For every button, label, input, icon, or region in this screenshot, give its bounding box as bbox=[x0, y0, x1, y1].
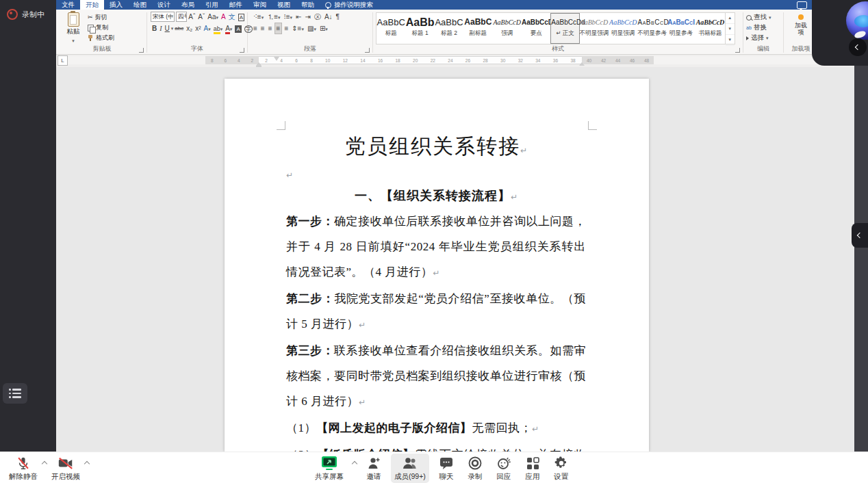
list-icon bbox=[9, 389, 21, 398]
line-spacing-button[interactable]: ⇕≡▾ bbox=[290, 23, 305, 34]
right-indent-marker[interactable] bbox=[579, 62, 585, 66]
record-button[interactable]: 录制 bbox=[463, 454, 487, 483]
character-border-button[interactable]: A bbox=[238, 14, 244, 21]
members-button[interactable]: 成员(99+) bbox=[391, 454, 429, 483]
style-subtle-emphasis[interactable]: AaBbCcD不明显强调 bbox=[580, 13, 609, 44]
assistant-collapse-button[interactable] bbox=[849, 38, 867, 56]
replace-button[interactable]: ab替换 bbox=[745, 23, 782, 33]
find-button[interactable]: 查找▾ bbox=[745, 12, 782, 23]
style-intense-reference[interactable]: AaBbCcI明显参考 bbox=[667, 13, 695, 44]
shrink-font-button[interactable]: Aˇ bbox=[196, 12, 206, 22]
distribute-button[interactable]: ≡ bbox=[283, 23, 290, 34]
style-title[interactable]: AaBbC标题 bbox=[376, 13, 405, 44]
clear-formatting-button[interactable]: A bbox=[220, 12, 227, 22]
strikethrough-button[interactable]: abc bbox=[173, 23, 185, 34]
style-subtitle[interactable]: AaBbC副标题 bbox=[463, 13, 492, 44]
document-body[interactable]: 党员组织关系转接↵ ↵ 一、【组织关系转接流程】↵ 第一步：确定接收单位后联系接… bbox=[286, 131, 586, 452]
asian-layout-button[interactable]: ⓧ bbox=[313, 12, 322, 22]
change-case-button[interactable]: Aa▾ bbox=[206, 12, 220, 23]
align-right-button[interactable]: ≡ bbox=[267, 23, 274, 34]
decrease-indent-button[interactable]: ⇤ bbox=[294, 12, 303, 22]
font-family-combobox[interactable]: 宋体 (中文正文)▾ bbox=[151, 12, 175, 22]
style-emphasis[interactable]: AaBbCcD强调 bbox=[493, 13, 522, 44]
comments-icon[interactable] bbox=[797, 1, 807, 9]
borders-button[interactable]: ⊞▾ bbox=[318, 23, 329, 34]
horizontal-ruler[interactable]: 8642 2468101214161820222426283032343638 … bbox=[56, 56, 854, 64]
tab-layout[interactable]: 布局 bbox=[176, 0, 200, 10]
styles-scroll-up[interactable]: ▲ bbox=[726, 13, 735, 24]
paste-button[interactable]: 粘贴 ▾ bbox=[62, 11, 85, 45]
cut-button[interactable]: ✂剪切 bbox=[88, 13, 114, 22]
document-page[interactable]: 党员组织关系转接↵ ↵ 一、【组织关系转接流程】↵ 第一步：确定接收单位后联系接… bbox=[225, 79, 649, 452]
bullets-button[interactable]: ⁖≡▾ bbox=[252, 12, 265, 23]
clipboard-dialog-launcher[interactable] bbox=[139, 48, 144, 53]
chevron-left-icon bbox=[855, 44, 860, 50]
style-book-title[interactable]: AaBbCcD书籍标题 bbox=[695, 13, 724, 44]
tab-references[interactable]: 引用 bbox=[200, 0, 224, 10]
bold-button[interactable]: B bbox=[151, 23, 158, 34]
style-intense-emphasis[interactable]: AaBbCcD明显强调 bbox=[609, 13, 637, 44]
settings-button[interactable]: 设置 bbox=[550, 454, 573, 483]
sort-button[interactable]: A↓ bbox=[323, 12, 334, 22]
show-marks-button[interactable]: ¶ bbox=[335, 12, 341, 22]
tab-stop-selector[interactable]: L bbox=[58, 55, 68, 66]
tab-review[interactable]: 审阅 bbox=[248, 0, 272, 10]
character-shading-button[interactable]: A bbox=[235, 25, 241, 33]
numbering-button[interactable]: ⒈≡▾ bbox=[266, 12, 281, 23]
grow-font-button[interactable]: Aˆ bbox=[187, 12, 196, 22]
apps-button[interactable]: 应用 bbox=[521, 454, 544, 483]
paragraph-dialog-launcher[interactable] bbox=[365, 48, 370, 53]
increase-indent-button[interactable]: ⇥ bbox=[304, 12, 312, 22]
styles-dialog-launcher[interactable] bbox=[735, 48, 740, 53]
superscript-button[interactable]: x² bbox=[194, 23, 202, 34]
tell-me-search[interactable]: 操作说明搜索 bbox=[320, 0, 379, 10]
text-effects-button[interactable]: A▾ bbox=[202, 23, 212, 34]
align-center-button[interactable]: ≡ bbox=[259, 23, 266, 34]
style-heading1[interactable]: AaBb标题 1 bbox=[405, 13, 434, 44]
tab-mailings[interactable]: 邮件 bbox=[224, 0, 248, 10]
font-color-button[interactable]: A▾ bbox=[224, 23, 233, 34]
camera-options-chevron[interactable] bbox=[84, 461, 90, 467]
chat-button[interactable]: 聊天 bbox=[435, 454, 458, 483]
tab-help[interactable]: 帮助 bbox=[296, 0, 320, 10]
tell-me-label: 操作说明搜索 bbox=[334, 1, 373, 10]
tab-view[interactable]: 视图 bbox=[272, 0, 296, 10]
subscript-button[interactable]: x₂ bbox=[185, 23, 194, 34]
editing-group: 查找▾ ab替换 选择▾ 编辑 bbox=[745, 11, 782, 54]
font-size-combobox[interactable]: 四号▾ bbox=[176, 12, 187, 22]
multilevel-list-button[interactable]: ⁝≡▾ bbox=[283, 12, 294, 23]
style-normal-selected[interactable]: AaBbCcDd↵ 正文 bbox=[550, 13, 579, 44]
share-options-chevron[interactable] bbox=[352, 461, 357, 467]
format-painter-button[interactable]: 格式刷 bbox=[88, 34, 114, 42]
justify-button[interactable]: ≡ bbox=[275, 23, 283, 34]
shading-button[interactable]: ▨▾ bbox=[306, 23, 318, 34]
invite-button[interactable]: 邀请 bbox=[362, 454, 385, 483]
styles-more-button[interactable]: ▼ bbox=[726, 35, 735, 46]
underline-button[interactable]: U bbox=[164, 23, 171, 34]
member-list-button[interactable] bbox=[3, 383, 27, 404]
font-dialog-launcher[interactable] bbox=[240, 48, 244, 53]
copy-button[interactable]: 复制 bbox=[88, 23, 114, 32]
share-screen-button[interactable]: 共享屏幕 bbox=[311, 454, 347, 483]
align-left-button[interactable]: ≡ bbox=[252, 23, 259, 34]
unmute-button[interactable]: 解除静音 bbox=[5, 454, 41, 483]
tab-home[interactable]: 开始 bbox=[80, 0, 104, 10]
highlight-color-button[interactable]: ab▾ bbox=[212, 23, 225, 34]
phonetic-guide-button[interactable]: 文 bbox=[227, 12, 237, 22]
reactions-button[interactable]: 回应 bbox=[492, 454, 515, 483]
style-subtle-reference[interactable]: AaBbCcD不明显参考 bbox=[638, 13, 667, 44]
mic-options-chevron[interactable] bbox=[42, 461, 47, 467]
styles-scroll-down[interactable]: ▼ bbox=[726, 24, 735, 35]
tab-file[interactable]: 文件 bbox=[56, 0, 80, 10]
start-video-button[interactable]: 开启视频 bbox=[48, 454, 84, 483]
collapse-panel-tab[interactable] bbox=[852, 223, 868, 248]
style-heading2[interactable]: AaBbC标题 2 bbox=[435, 13, 463, 44]
tab-insert[interactable]: 插入 bbox=[104, 0, 128, 10]
tab-design[interactable]: 设计 bbox=[152, 0, 176, 10]
select-button[interactable]: 选择▾ bbox=[745, 33, 782, 43]
apps-grid-icon bbox=[524, 455, 541, 471]
style-strong[interactable]: AaBbCcD要点 bbox=[522, 13, 550, 44]
italic-button[interactable]: I bbox=[158, 23, 163, 34]
first-line-indent-marker[interactable] bbox=[274, 57, 279, 61]
tab-draw[interactable]: 绘图 bbox=[128, 0, 152, 10]
